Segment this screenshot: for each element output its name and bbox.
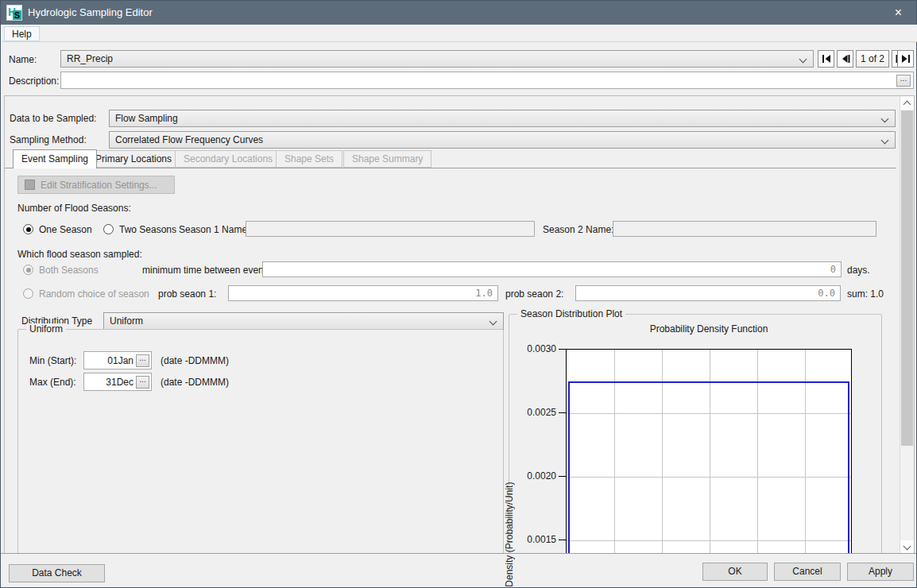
max-date-browse-button[interactable]: ...: [136, 376, 149, 389]
record-position: 1 of 2: [861, 53, 884, 64]
title-bar: H S Hydrologic Sampling Editor ×: [1, 1, 916, 25]
season2-label: Season 2 Name:: [543, 224, 613, 236]
uniform-legend: Uniform: [26, 323, 66, 335]
min-time-value: 0: [830, 264, 836, 275]
season1-label: Season 1 Name:: [179, 224, 250, 236]
max-end-value: 31Dec: [106, 377, 133, 388]
uniform-pdf-curve: [568, 381, 849, 555]
first-record-button[interactable]: [818, 50, 834, 68]
radio-dot: [26, 268, 31, 273]
season-distribution-legend: Season Distribution Plot: [517, 308, 625, 319]
chevron-down-icon: [490, 319, 497, 325]
content-panel: Data to be Sampled: Flow Sampling Sampli…: [4, 95, 915, 555]
description-input[interactable]: ...: [60, 72, 914, 89]
sum-label: sum: 1.0: [847, 288, 884, 300]
prob1-input[interactable]: 1.0: [228, 285, 498, 301]
window-title: Hydrologic Sampling Editor: [28, 6, 153, 18]
sampling-method-value: Correlated Flow Frequency Curves: [115, 134, 263, 145]
min-start-label: Min (Start):: [29, 355, 76, 367]
ytick-0025: 0.0025: [517, 407, 556, 418]
prob2-input[interactable]: 0.0: [575, 285, 841, 301]
last-record-button[interactable]: [897, 50, 914, 68]
ytick-0030: 0.0030: [517, 343, 556, 354]
record-position-button[interactable]: 1 of 2: [856, 50, 889, 68]
sampling-method-combobox[interactable]: Correlated Flow Frequency Curves: [109, 131, 896, 149]
data-sampled-label: Data to be Sampled:: [10, 113, 96, 125]
vertical-scrollbar[interactable]: [900, 96, 913, 554]
first-record-icon: [822, 54, 831, 64]
min-start-input[interactable]: 01Jan ...: [83, 351, 152, 369]
chart-y-axis-label: Probability Density (Probability/Unit): [504, 443, 520, 588]
name-value: RR_Precip: [67, 53, 113, 64]
prob1-value: 1.0: [475, 288, 493, 299]
description-browse-button[interactable]: ...: [896, 75, 911, 87]
min-time-label: minimum time between events:: [142, 265, 273, 277]
app-icon: H S: [6, 5, 22, 21]
both-seasons-radio: [23, 265, 33, 275]
previous-record-button[interactable]: [837, 50, 853, 68]
max-end-label: Max (End):: [29, 377, 76, 389]
previous-record-icon: [841, 54, 850, 64]
data-sampled-value: Flow Sampling: [115, 113, 178, 124]
menu-bar: Help: [2, 25, 917, 42]
prob2-label: prob seaon 2:: [505, 288, 563, 300]
prob2-value: 0.0: [818, 288, 835, 299]
distribution-type-combobox[interactable]: Uniform: [103, 312, 504, 330]
tab-primary-locations[interactable]: Primary Locations: [87, 150, 180, 168]
scroll-up-button[interactable]: [900, 96, 914, 110]
cancel-button[interactable]: Cancel: [774, 563, 841, 581]
tab-secondary-locations: Secondary Locations: [175, 150, 281, 168]
season1-input[interactable]: [246, 221, 535, 237]
apply-button[interactable]: Apply: [847, 563, 914, 581]
data-check-button[interactable]: Data Check: [9, 564, 105, 582]
min-time-input[interactable]: 0: [262, 261, 842, 277]
stratification-icon: [25, 180, 35, 190]
chart-title: Probability Density Function: [563, 323, 855, 335]
max-end-input[interactable]: 31Dec ...: [83, 373, 152, 391]
chevron-down-icon: [903, 542, 911, 550]
random-choice-label: Random choice of season: [39, 288, 149, 300]
footer-bar: Data Check OK Cancel Apply: [1, 553, 916, 587]
one-season-radio[interactable]: [23, 224, 33, 234]
tab-event-sampling[interactable]: Event Sampling: [13, 149, 97, 168]
min-date-browse-button[interactable]: ...: [136, 354, 149, 367]
two-seasons-radio[interactable]: [103, 224, 114, 234]
hydrologic-sampling-editor-window: H S Hydrologic Sampling Editor × Help Na…: [0, 0, 917, 588]
which-season-label: Which flood season sampled:: [17, 249, 142, 261]
scroll-down-button[interactable]: [900, 540, 914, 554]
edit-stratification-button: Edit Stratification Settings...: [17, 176, 175, 194]
min-date-hint: (date -DDMMM): [161, 355, 229, 367]
ok-button[interactable]: OK: [702, 563, 768, 581]
tab-shape-sets: Shape Sets: [276, 150, 342, 168]
data-sampled-combobox[interactable]: Flow Sampling: [109, 110, 896, 127]
name-combobox[interactable]: RR_Precip: [60, 50, 814, 68]
one-season-label[interactable]: One Season: [39, 224, 92, 236]
app-icon-s: S: [14, 10, 20, 20]
edit-stratification-label: Edit Stratification Settings...: [41, 180, 157, 191]
two-seasons-label[interactable]: Two Seasons: [119, 224, 176, 236]
radio-dot: [26, 227, 31, 232]
pdf-plot-area: [566, 349, 852, 555]
sampling-method-label: Sampling Method:: [10, 134, 87, 146]
max-date-hint: (date -DDMMM): [161, 377, 229, 389]
scrollbar-thumb[interactable]: [901, 110, 913, 446]
both-seasons-label: Both Seasons: [39, 265, 99, 277]
tab-shape-summary: Shape Summary: [343, 150, 431, 168]
tab-strip-divider: [5, 168, 896, 168]
random-choice-radio: [23, 288, 33, 299]
chevron-down-icon: [800, 56, 807, 63]
prob1-label: prob seaon 1:: [158, 288, 216, 300]
min-start-value: 01Jan: [107, 355, 133, 366]
chevron-down-icon: [882, 116, 888, 122]
ytick-0015: 0.0015: [517, 534, 556, 545]
flood-seasons-label: Number of Flood Seasons:: [17, 203, 131, 215]
ytick-0020: 0.0020: [517, 470, 556, 482]
menu-help[interactable]: Help: [4, 26, 40, 41]
season2-input[interactable]: [613, 221, 876, 237]
chevron-up-icon: [903, 101, 911, 109]
chevron-down-icon: [882, 137, 888, 144]
days-label: days.: [847, 265, 870, 277]
close-button[interactable]: ×: [880, 1, 916, 25]
distribution-type-value: Uniform: [110, 315, 143, 327]
last-record-icon: [901, 54, 911, 64]
